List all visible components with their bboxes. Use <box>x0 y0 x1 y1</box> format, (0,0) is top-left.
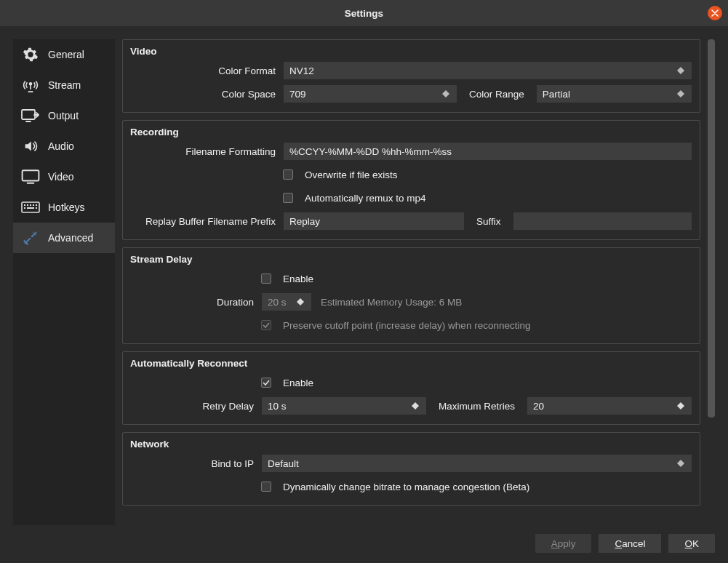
section-title: Stream Delay <box>130 254 692 265</box>
section-stream-delay: Stream Delay Enable Duration 20 s <box>122 247 700 344</box>
monitor-icon <box>20 169 41 185</box>
cancel-button[interactable]: Cancel <box>599 534 661 553</box>
color-range-label: Color Range <box>463 89 530 100</box>
bind-to-ip-value: Default <box>268 458 299 469</box>
suffix-input[interactable] <box>513 212 692 231</box>
svg-rect-11 <box>36 207 37 209</box>
dyn-bitrate-label: Dynamically change bitrate to manage con… <box>283 482 529 492</box>
delay-enable-label: Enable <box>283 273 313 284</box>
updown-icon <box>676 460 686 467</box>
apply-rest: pply <box>558 538 576 549</box>
close-button[interactable] <box>708 6 722 20</box>
settings-window: Settings General Stream O <box>0 0 728 563</box>
sidebar-item-label: Audio <box>48 140 74 152</box>
overwrite-checkbox[interactable] <box>283 169 293 180</box>
reconnect-enable-checkbox[interactable] <box>261 378 271 388</box>
check-icon <box>263 379 270 386</box>
preserve-label: Preserve cutoff point (increase delay) w… <box>283 320 530 331</box>
speaker-icon <box>20 138 41 154</box>
svg-rect-4 <box>24 204 25 206</box>
section-reconnect: Automatically Reconnect Enable Retry Del… <box>122 351 700 425</box>
sidebar-item-general[interactable]: General <box>13 39 115 70</box>
apply-button[interactable]: Apply <box>535 534 592 553</box>
sidebar-item-label: Output <box>48 110 79 121</box>
svg-rect-8 <box>36 204 37 206</box>
window-title: Settings <box>345 8 383 19</box>
svg-rect-10 <box>27 207 34 209</box>
sidebar-item-label: Hotkeys <box>48 201 85 213</box>
antenna-icon <box>20 77 41 93</box>
check-icon <box>263 322 270 329</box>
duration-spin[interactable]: 20 s <box>261 292 312 311</box>
ok-button[interactable]: OK <box>668 534 715 553</box>
filename-formatting-input[interactable]: %CCYY-%MM-%DD %hh-%mm-%ss <box>283 142 692 161</box>
replay-prefix-value: Replay <box>289 216 320 227</box>
replay-prefix-input[interactable]: Replay <box>283 212 465 231</box>
scrollbar[interactable] <box>708 39 715 525</box>
max-retries-value: 20 <box>533 401 544 412</box>
retry-delay-value: 10 s <box>268 401 287 412</box>
content-pane: Video Color Format NV12 Color Space <box>122 39 700 525</box>
sidebar-item-label: Stream <box>48 79 81 91</box>
sidebar-item-advanced[interactable]: Advanced <box>13 223 115 253</box>
cancel-rest: ancel <box>622 538 645 549</box>
bind-to-ip-select[interactable]: Default <box>261 454 692 473</box>
overwrite-label: Overwrite if file exists <box>305 169 398 180</box>
section-recording: Recording Filename Formatting %CCYY-%MM-… <box>122 120 700 240</box>
svg-rect-5 <box>27 204 28 206</box>
preserve-checkbox[interactable] <box>261 320 271 330</box>
section-title: Automatically Reconnect <box>130 358 692 369</box>
svg-rect-9 <box>24 207 25 209</box>
sidebar-item-stream[interactable]: Stream <box>13 70 115 100</box>
color-range-select[interactable]: Partial <box>536 84 692 103</box>
sidebar: General Stream Output Audio <box>13 39 115 525</box>
delay-enable-checkbox[interactable] <box>261 273 271 284</box>
sidebar-item-label: Advanced <box>48 232 93 244</box>
svg-rect-6 <box>30 204 31 206</box>
color-format-label: Color Format <box>130 65 283 76</box>
color-space-value: 709 <box>289 89 306 100</box>
ok-rest: K <box>692 538 699 549</box>
color-format-select[interactable]: NV12 <box>283 61 692 80</box>
section-title: Network <box>130 439 692 450</box>
updown-icon <box>295 298 305 306</box>
gear-icon <box>20 47 41 63</box>
svg-rect-2 <box>23 170 39 180</box>
updown-icon <box>676 402 686 410</box>
close-icon <box>711 9 719 17</box>
dyn-bitrate-checkbox[interactable] <box>261 482 271 492</box>
section-title: Recording <box>130 127 692 137</box>
filename-formatting-value: %CCYY-%MM-%DD %hh-%mm-%ss <box>289 146 452 157</box>
remux-checkbox[interactable] <box>283 193 293 203</box>
section-video: Video Color Format NV12 Color Space <box>122 39 700 113</box>
footer: Apply Cancel OK <box>0 525 728 563</box>
updown-icon <box>410 402 420 410</box>
section-title: Video <box>130 46 692 57</box>
svg-rect-1 <box>22 110 35 119</box>
updown-icon <box>676 67 686 74</box>
duration-value: 20 s <box>268 297 287 308</box>
retry-delay-label: Retry Delay <box>130 401 261 412</box>
scrollbar-thumb[interactable] <box>708 39 715 418</box>
sidebar-item-label: Video <box>48 171 74 183</box>
tools-icon <box>20 230 41 246</box>
max-retries-spin[interactable]: 20 <box>527 396 692 415</box>
keyboard-icon <box>20 199 41 215</box>
memory-usage-label: Estimated Memory Usage: 6 MB <box>321 297 462 308</box>
sidebar-item-video[interactable]: Video <box>13 161 115 192</box>
color-space-select[interactable]: 709 <box>283 84 457 103</box>
replay-prefix-label: Replay Buffer Filename Prefix <box>130 216 283 227</box>
remux-label: Automatically remux to mp4 <box>305 193 426 204</box>
titlebar: Settings <box>0 0 728 26</box>
sidebar-item-hotkeys[interactable]: Hotkeys <box>13 192 115 223</box>
updown-icon <box>441 90 451 97</box>
sidebar-item-label: General <box>48 49 84 60</box>
section-network: Network Bind to IP Default <box>122 432 700 506</box>
retry-delay-spin[interactable]: 10 s <box>261 396 427 415</box>
reconnect-enable-label: Enable <box>283 378 313 388</box>
sidebar-item-audio[interactable]: Audio <box>13 131 115 161</box>
output-icon <box>20 108 41 124</box>
updown-icon <box>676 90 686 97</box>
sidebar-item-output[interactable]: Output <box>13 100 115 131</box>
svg-rect-7 <box>33 204 34 206</box>
